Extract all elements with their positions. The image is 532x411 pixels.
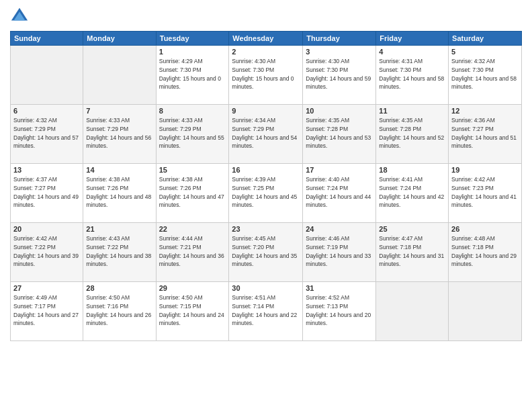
- sun-info: Sunrise: 4:47 AMSunset: 7:18 PMDaylight:…: [379, 234, 445, 269]
- sun-info: Sunrise: 4:44 AMSunset: 7:21 PMDaylight:…: [159, 234, 226, 269]
- calendar-cell: 26Sunrise: 4:48 AMSunset: 7:18 PMDayligh…: [449, 223, 522, 282]
- weekday-header-row: SundayMondayTuesdayWednesdayThursdayFrid…: [11, 32, 522, 46]
- day-number: 3: [306, 48, 373, 56]
- weekday-header-monday: Monday: [83, 32, 156, 46]
- calendar-cell: 21Sunrise: 4:43 AMSunset: 7:22 PMDayligh…: [83, 223, 156, 282]
- sun-info: Sunrise: 4:48 AMSunset: 7:18 PMDaylight:…: [451, 234, 519, 269]
- sun-info: Sunrise: 4:38 AMSunset: 7:26 PMDaylight:…: [86, 175, 152, 210]
- calendar-table: SundayMondayTuesdayWednesdayThursdayFrid…: [10, 31, 522, 341]
- day-number: 21: [86, 225, 152, 233]
- calendar-cell: 29Sunrise: 4:50 AMSunset: 7:15 PMDayligh…: [156, 282, 229, 341]
- day-number: 19: [451, 166, 519, 174]
- day-number: 10: [306, 107, 373, 115]
- sun-info: Sunrise: 4:33 AMSunset: 7:29 PMDaylight:…: [86, 116, 152, 150]
- day-number: 30: [232, 284, 300, 292]
- sun-info: Sunrise: 4:45 AMSunset: 7:20 PMDaylight:…: [232, 234, 300, 269]
- calendar-cell: 2Sunrise: 4:30 AMSunset: 7:30 PMDaylight…: [229, 46, 303, 105]
- calendar-cell: 18Sunrise: 4:41 AMSunset: 7:24 PMDayligh…: [376, 164, 449, 223]
- calendar-cell: 4Sunrise: 4:31 AMSunset: 7:30 PMDaylight…: [376, 46, 449, 105]
- calendar-cell: 24Sunrise: 4:46 AMSunset: 7:19 PMDayligh…: [303, 223, 376, 282]
- calendar-cell: 5Sunrise: 4:32 AMSunset: 7:30 PMDaylight…: [449, 46, 522, 105]
- sun-info: Sunrise: 4:29 AMSunset: 7:30 PMDaylight:…: [159, 57, 226, 91]
- calendar-page: SundayMondayTuesdayWednesdayThursdayFrid…: [0, 0, 532, 411]
- sun-info: Sunrise: 4:41 AMSunset: 7:24 PMDaylight:…: [379, 175, 445, 210]
- day-number: 17: [306, 166, 373, 174]
- day-number: 18: [379, 166, 445, 174]
- sun-info: Sunrise: 4:38 AMSunset: 7:26 PMDaylight:…: [159, 175, 226, 210]
- calendar-cell: 9Sunrise: 4:34 AMSunset: 7:29 PMDaylight…: [229, 105, 303, 164]
- calendar-cell: 16Sunrise: 4:39 AMSunset: 7:25 PMDayligh…: [229, 164, 303, 223]
- day-number: 16: [232, 166, 300, 174]
- day-number: 8: [159, 107, 226, 115]
- sun-info: Sunrise: 4:51 AMSunset: 7:14 PMDaylight:…: [232, 293, 300, 328]
- calendar-cell: 27Sunrise: 4:49 AMSunset: 7:17 PMDayligh…: [11, 282, 83, 341]
- day-number: 4: [379, 48, 445, 56]
- calendar-cell: 22Sunrise: 4:44 AMSunset: 7:21 PMDayligh…: [156, 223, 229, 282]
- calendar-cell: 14Sunrise: 4:38 AMSunset: 7:26 PMDayligh…: [83, 164, 156, 223]
- calendar-cell: [11, 46, 83, 105]
- day-number: 9: [232, 107, 300, 115]
- day-number: 23: [232, 225, 300, 233]
- weekday-header-tuesday: Tuesday: [156, 32, 229, 46]
- calendar-cell: 7Sunrise: 4:33 AMSunset: 7:29 PMDaylight…: [83, 105, 156, 164]
- day-number: 29: [159, 284, 226, 292]
- calendar-cell: 25Sunrise: 4:47 AMSunset: 7:18 PMDayligh…: [376, 223, 449, 282]
- sun-info: Sunrise: 4:50 AMSunset: 7:16 PMDaylight:…: [86, 293, 152, 328]
- sun-info: Sunrise: 4:30 AMSunset: 7:30 PMDaylight:…: [306, 57, 373, 91]
- day-number: 22: [159, 225, 226, 233]
- sun-info: Sunrise: 4:30 AMSunset: 7:30 PMDaylight:…: [232, 57, 300, 91]
- day-number: 13: [13, 166, 80, 174]
- logo-icon: [10, 7, 29, 26]
- day-number: 25: [379, 225, 445, 233]
- day-number: 11: [379, 107, 445, 115]
- calendar-cell: [376, 282, 449, 341]
- day-number: 27: [13, 284, 80, 292]
- sun-info: Sunrise: 4:37 AMSunset: 7:27 PMDaylight:…: [13, 175, 80, 210]
- calendar-cell: 6Sunrise: 4:32 AMSunset: 7:29 PMDaylight…: [11, 105, 83, 164]
- day-number: 5: [451, 48, 519, 56]
- calendar-cell: 12Sunrise: 4:36 AMSunset: 7:27 PMDayligh…: [449, 105, 522, 164]
- calendar-week-row: 6Sunrise: 4:32 AMSunset: 7:29 PMDaylight…: [11, 105, 522, 164]
- sun-info: Sunrise: 4:32 AMSunset: 7:30 PMDaylight:…: [451, 57, 519, 91]
- sun-info: Sunrise: 4:42 AMSunset: 7:23 PMDaylight:…: [451, 175, 519, 210]
- day-number: 24: [306, 225, 373, 233]
- day-number: 2: [232, 48, 300, 56]
- sun-info: Sunrise: 4:35 AMSunset: 7:28 PMDaylight:…: [306, 116, 373, 150]
- calendar-cell: 23Sunrise: 4:45 AMSunset: 7:20 PMDayligh…: [229, 223, 303, 282]
- weekday-header-sunday: Sunday: [11, 32, 83, 46]
- sun-info: Sunrise: 4:32 AMSunset: 7:29 PMDaylight:…: [13, 116, 80, 150]
- calendar-cell: 11Sunrise: 4:35 AMSunset: 7:28 PMDayligh…: [376, 105, 449, 164]
- logo: [10, 7, 32, 26]
- calendar-cell: 13Sunrise: 4:37 AMSunset: 7:27 PMDayligh…: [11, 164, 83, 223]
- day-number: 15: [159, 166, 226, 174]
- sun-info: Sunrise: 4:43 AMSunset: 7:22 PMDaylight:…: [86, 234, 152, 269]
- day-number: 7: [86, 107, 152, 115]
- calendar-cell: 15Sunrise: 4:38 AMSunset: 7:26 PMDayligh…: [156, 164, 229, 223]
- sun-info: Sunrise: 4:49 AMSunset: 7:17 PMDaylight:…: [13, 293, 80, 328]
- weekday-header-friday: Friday: [376, 32, 449, 46]
- sun-info: Sunrise: 4:42 AMSunset: 7:22 PMDaylight:…: [13, 234, 80, 269]
- calendar-cell: 17Sunrise: 4:40 AMSunset: 7:24 PMDayligh…: [303, 164, 376, 223]
- calendar-cell: 28Sunrise: 4:50 AMSunset: 7:16 PMDayligh…: [83, 282, 156, 341]
- calendar-cell: 8Sunrise: 4:33 AMSunset: 7:29 PMDaylight…: [156, 105, 229, 164]
- calendar-cell: 19Sunrise: 4:42 AMSunset: 7:23 PMDayligh…: [449, 164, 522, 223]
- weekday-header-wednesday: Wednesday: [229, 32, 303, 46]
- calendar-cell: 1Sunrise: 4:29 AMSunset: 7:30 PMDaylight…: [156, 46, 229, 105]
- sun-info: Sunrise: 4:46 AMSunset: 7:19 PMDaylight:…: [306, 234, 373, 269]
- sun-info: Sunrise: 4:35 AMSunset: 7:28 PMDaylight:…: [379, 116, 445, 150]
- day-number: 31: [306, 284, 373, 292]
- day-number: 26: [451, 225, 519, 233]
- sun-info: Sunrise: 4:34 AMSunset: 7:29 PMDaylight:…: [232, 116, 300, 150]
- calendar-cell: [83, 46, 156, 105]
- day-number: 1: [159, 48, 226, 56]
- calendar-cell: 10Sunrise: 4:35 AMSunset: 7:28 PMDayligh…: [303, 105, 376, 164]
- sun-info: Sunrise: 4:33 AMSunset: 7:29 PMDaylight:…: [159, 116, 226, 150]
- sun-info: Sunrise: 4:36 AMSunset: 7:27 PMDaylight:…: [451, 116, 519, 150]
- day-number: 14: [86, 166, 152, 174]
- calendar-cell: 31Sunrise: 4:52 AMSunset: 7:13 PMDayligh…: [303, 282, 376, 341]
- calendar-week-row: 27Sunrise: 4:49 AMSunset: 7:17 PMDayligh…: [11, 282, 522, 341]
- weekday-header-thursday: Thursday: [303, 32, 376, 46]
- calendar-cell: [449, 282, 522, 341]
- sun-info: Sunrise: 4:52 AMSunset: 7:13 PMDaylight:…: [306, 293, 373, 328]
- weekday-header-saturday: Saturday: [449, 32, 522, 46]
